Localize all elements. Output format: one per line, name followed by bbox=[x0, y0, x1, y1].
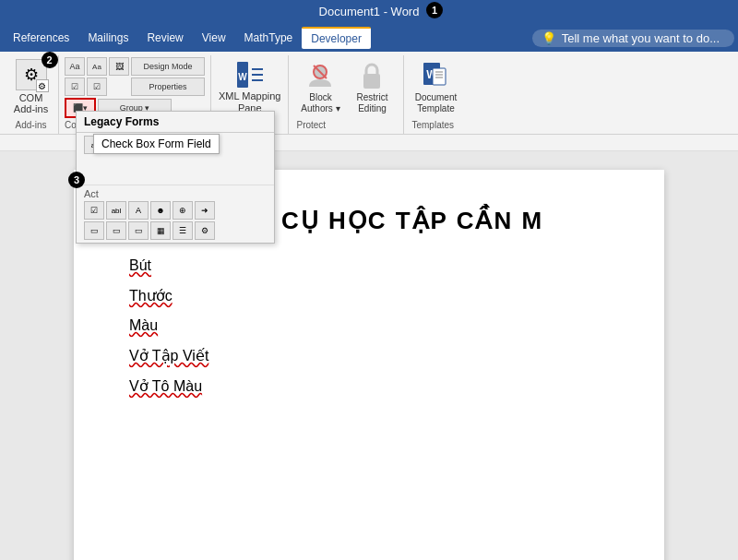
title-text: Document1 - Word bbox=[319, 5, 420, 18]
controls-row-2: ☑ ☑ Properties bbox=[65, 77, 205, 96]
addins-group-label: Add-ins bbox=[16, 120, 47, 130]
svg-text:W: W bbox=[238, 72, 247, 82]
act-rect2[interactable]: ▭ bbox=[106, 221, 126, 240]
ctrl-aa-small[interactable]: Aa bbox=[87, 57, 107, 76]
com-addins-group: 2 ⚙ ⚙ COMAdd-ins Add-ins bbox=[4, 55, 59, 134]
block-authors-button[interactable]: BlockAuthors ▾ bbox=[296, 59, 344, 116]
ctrl-design-mode[interactable]: Design Mode bbox=[131, 57, 205, 76]
doc-item-3: Màu bbox=[129, 317, 609, 334]
active-controls-label: Act bbox=[84, 188, 267, 199]
legacy-forms-panel: Legacy Forms abl ☑ ▦ ≡ ⚙ 🖊 Check Box For… bbox=[76, 111, 275, 244]
block-authors-label: BlockAuthors ▾ bbox=[301, 92, 339, 114]
step-3-badge: 3 bbox=[68, 172, 85, 188]
menu-view[interactable]: View bbox=[193, 28, 235, 48]
com-gear-badge: ⚙ bbox=[36, 79, 49, 92]
ribbon: 2 ⚙ ⚙ COMAdd-ins Add-ins Aa Aa 🖼 Design … bbox=[0, 52, 738, 135]
step-1-badge: 1 bbox=[426, 2, 443, 18]
act-menu[interactable]: ☰ bbox=[173, 221, 193, 240]
act-rect1[interactable]: ▭ bbox=[84, 221, 104, 240]
ctrl-spacer bbox=[109, 77, 129, 96]
com-addins-label: COMAdd-ins bbox=[14, 92, 48, 114]
menu-mathtype[interactable]: MathType bbox=[235, 28, 303, 48]
legacy-forms-title: Legacy Forms bbox=[77, 112, 274, 133]
active-controls-section: Act ☑ abl A ☻ ⊕ ➜ ▭ ▭ ▭ ▦ ☰ ⚙ bbox=[77, 185, 274, 243]
title-bar: Document1 - Word 1 bbox=[0, 0, 738, 24]
svg-rect-8 bbox=[363, 74, 380, 89]
document-template-icon: W bbox=[420, 61, 451, 92]
restrict-editing-label: RestrictEditing bbox=[357, 92, 388, 114]
restrict-editing-button[interactable]: RestrictEditing bbox=[348, 59, 396, 116]
menu-review[interactable]: Review bbox=[137, 28, 192, 48]
act-smiley[interactable]: ☻ bbox=[150, 201, 171, 220]
restrict-editing-icon bbox=[356, 61, 387, 92]
templates-group-label: Templates bbox=[411, 120, 454, 130]
protect-group: BlockAuthors ▾ RestrictEditing Protect bbox=[289, 55, 404, 134]
act-abl[interactable]: abl bbox=[106, 201, 126, 220]
act-a[interactable]: A bbox=[128, 201, 149, 220]
ctrl-checkbox[interactable]: ☑ bbox=[65, 77, 85, 96]
ctrl-properties[interactable]: Properties bbox=[131, 77, 205, 96]
act-arrow[interactable]: ➜ bbox=[195, 201, 215, 220]
doc-item-4: Vở Tập Viết bbox=[129, 347, 609, 364]
act-plus[interactable]: ⊕ bbox=[173, 201, 193, 220]
step-2-badge: 2 bbox=[42, 52, 58, 68]
ctrl-aa-large[interactable]: Aa bbox=[65, 57, 85, 76]
protect-group-label: Protect bbox=[296, 120, 326, 130]
doc-item-2: Thước bbox=[129, 287, 609, 304]
ctrl-check2[interactable]: ☑ bbox=[87, 77, 107, 96]
document-template-label: DocumentTemplate bbox=[415, 92, 458, 114]
doc-item-1: Bút bbox=[129, 257, 609, 274]
active-row-1: ☑ abl A ☻ ⊕ ➜ bbox=[84, 201, 267, 220]
templates-group: W DocumentTemplate Templates bbox=[404, 55, 467, 134]
checkbox-tooltip: Check Box Form Field bbox=[93, 134, 220, 154]
act-rect3[interactable]: ▭ bbox=[128, 221, 149, 240]
svg-rect-11 bbox=[433, 68, 446, 85]
ctrl-img[interactable]: 🖼 bbox=[109, 57, 129, 76]
menu-developer[interactable]: Developer bbox=[302, 27, 371, 49]
menu-bar: References Mailings Review View MathType… bbox=[0, 24, 738, 52]
search-placeholder: Tell me what you want to do... bbox=[562, 31, 720, 45]
block-authors-icon bbox=[304, 61, 336, 92]
document-template-button[interactable]: W DocumentTemplate bbox=[411, 59, 459, 116]
act-checkbox[interactable]: ☑ bbox=[84, 201, 104, 220]
menu-mailings[interactable]: Mailings bbox=[78, 28, 137, 48]
controls-row-1: Aa Aa 🖼 Design Mode bbox=[65, 57, 205, 76]
doc-item-5: Vở Tô Màu bbox=[129, 377, 609, 395]
menu-references[interactable]: References bbox=[4, 28, 78, 48]
active-row-2: ▭ ▭ ▭ ▦ ☰ ⚙ bbox=[84, 221, 267, 240]
xml-mapping-icon[interactable]: W bbox=[234, 59, 266, 90]
act-grid[interactable]: ▦ bbox=[150, 221, 171, 240]
lightbulb-icon: 💡 bbox=[542, 31, 556, 45]
search-box[interactable]: 💡 Tell me what you want to do... bbox=[532, 30, 734, 47]
act-settings[interactable]: ⚙ bbox=[195, 221, 215, 240]
